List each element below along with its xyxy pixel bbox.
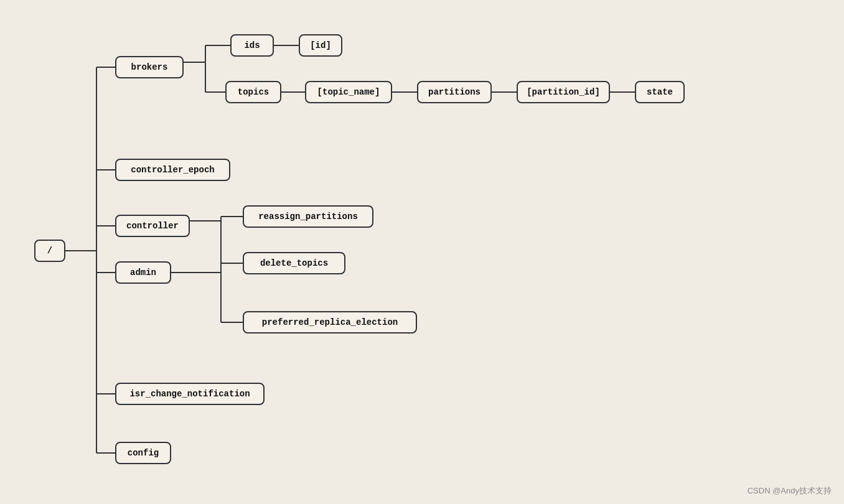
- node-id: [id]: [299, 34, 342, 57]
- node-topic-name: [topic_name]: [305, 81, 392, 103]
- node-controller-epoch: controller_epoch: [115, 159, 230, 181]
- node-root: /: [34, 240, 65, 262]
- node-preferred-replica-election: preferred_replica_election: [243, 311, 417, 334]
- node-delete-topics: delete_topics: [243, 252, 345, 274]
- node-reassign-partitions: reassign_partitions: [243, 205, 373, 228]
- node-partitions: partitions: [417, 81, 492, 103]
- node-isr-change-notification: isr_change_notification: [115, 383, 265, 405]
- watermark: CSDN @Andy技术支持: [748, 485, 832, 497]
- node-partition-id: [partition_id]: [517, 81, 610, 103]
- node-ids: ids: [230, 34, 274, 57]
- node-topics: topics: [225, 81, 281, 103]
- node-controller: controller: [115, 215, 190, 237]
- node-state: state: [635, 81, 685, 103]
- diagram-container: / brokers ids [id] topics [topic_name] p…: [0, 0, 844, 504]
- node-admin: admin: [115, 261, 171, 284]
- node-brokers: brokers: [115, 56, 184, 78]
- node-config: config: [115, 442, 171, 464]
